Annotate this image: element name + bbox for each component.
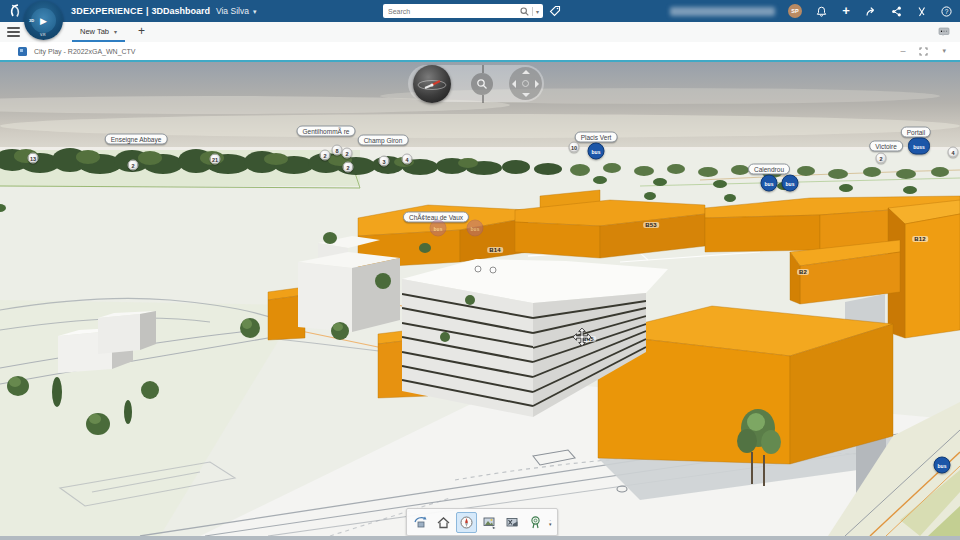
move-gizmo[interactable] — [572, 327, 592, 347]
widget-header: City Play - R2022xGA_WN_CTV – ▾ — [0, 42, 960, 62]
cluster-marker[interactable]: 2 — [876, 153, 887, 164]
cluster-marker[interactable]: 2 — [128, 160, 139, 171]
search-bar[interactable]: ▾ — [383, 4, 543, 18]
tab-label: New Tab — [80, 27, 109, 36]
pan-left-icon[interactable] — [512, 80, 516, 88]
building-label[interactable]: B53 — [643, 222, 659, 228]
image-export-button[interactable] — [502, 512, 523, 533]
avatar[interactable]: SP — [788, 4, 802, 18]
manipulation-icon — [413, 515, 428, 530]
magnifier-icon — [476, 78, 488, 90]
cluster-marker[interactable]: 3 — [379, 156, 390, 167]
top-bar: 3DEXPERIENCE | 3DDashboard Via Silva ▾ ▾… — [0, 0, 960, 22]
tab-bar: New Tab ▾ + — [0, 22, 960, 43]
search-icon[interactable] — [520, 7, 529, 16]
chevron-down-icon[interactable]: ▾ — [253, 8, 257, 16]
compass-tool-button[interactable] — [456, 512, 477, 533]
screenshot-icon — [482, 515, 497, 530]
notifications-bell-icon[interactable] — [815, 5, 827, 17]
search-options-chevron-icon[interactable]: ▾ — [536, 8, 539, 15]
pan-control[interactable] — [509, 67, 542, 100]
city-3d-viewport[interactable]: Enseigne AbbayeGentilhommÃ reChamp Giron… — [0, 62, 960, 536]
share-nodes-icon[interactable] — [890, 5, 902, 17]
divider — [532, 7, 533, 16]
bus-stop-marker[interactable]: bus — [430, 220, 447, 237]
screenshot-button[interactable] — [479, 512, 500, 533]
place-label[interactable]: Portail — [901, 127, 931, 138]
search-input[interactable] — [383, 8, 520, 15]
play-icon[interactable]: ▶ — [31, 8, 56, 33]
cluster-marker[interactable]: 4 — [948, 147, 959, 158]
vertex-marker[interactable] — [490, 267, 497, 274]
user-name-blurred — [670, 7, 775, 16]
app-title: 3DEXPERIENCE | 3DDashboard Via Silva ▾ — [71, 6, 256, 16]
home-view-button[interactable] — [433, 512, 454, 533]
bus-stop-marker[interactable]: buss — [908, 138, 930, 155]
cluster-marker[interactable]: 2 — [343, 162, 354, 173]
building-label[interactable]: B12 — [912, 236, 928, 242]
cluster-marker[interactable]: 2 — [320, 150, 331, 161]
manipulation-tool-button[interactable] — [410, 512, 431, 533]
cluster-marker[interactable]: 10 — [569, 142, 580, 153]
widget-title: City Play - R2022xGA_WN_CTV — [34, 48, 136, 55]
cluster-marker[interactable]: 2 — [342, 148, 353, 159]
chevron-down-icon[interactable]: ▾ — [114, 28, 117, 35]
chevron-down-icon[interactable]: ▾ — [942, 47, 946, 55]
building-label[interactable]: B14 — [487, 247, 503, 253]
help-icon[interactable]: ? — [940, 5, 952, 17]
chevron-down-icon: ▾ — [549, 522, 552, 527]
place-label[interactable]: GentilhommÃ re — [297, 126, 356, 137]
compass-vr-label: V.R — [40, 33, 46, 37]
cluster-marker[interactable]: 13 — [28, 153, 39, 164]
compass-sphere[interactable] — [413, 65, 451, 103]
building-label[interactable]: B2 — [797, 269, 809, 275]
cluster-marker[interactable]: 4 — [402, 154, 413, 165]
home-icon — [436, 515, 451, 530]
compass-3d-label: 3D — [29, 18, 34, 23]
pan-down-icon[interactable] — [522, 93, 530, 97]
viewer-toolbar: · ▾ — [406, 508, 558, 536]
place-label[interactable]: Calendrou — [748, 164, 790, 175]
image-export-icon — [505, 515, 520, 530]
toolbar-more-button[interactable]: · ▾ — [549, 518, 554, 527]
tab-new-tab[interactable]: New Tab ▾ — [72, 22, 125, 42]
pan-right-icon[interactable] — [535, 80, 539, 88]
pan-up-icon[interactable] — [522, 70, 530, 74]
place-label[interactable]: Victoire — [869, 141, 903, 152]
minimize-icon[interactable]: – — [900, 48, 905, 54]
comments-icon[interactable] — [938, 27, 950, 37]
bus-stop-marker[interactable]: bus — [782, 175, 799, 192]
zoom-control[interactable] — [471, 73, 493, 95]
view-navigation-controls — [408, 65, 544, 102]
dassault-logo[interactable] — [7, 3, 23, 19]
vertex-marker[interactable] — [475, 266, 482, 273]
award-icon — [528, 515, 543, 530]
share-arrow-icon[interactable] — [865, 5, 877, 17]
brand-separator: | — [146, 6, 149, 16]
compass-badge[interactable]: ▶ 3D V.R — [24, 1, 63, 40]
place-label[interactable]: Champ Giron — [358, 135, 409, 146]
bus-stop-marker[interactable]: bus — [467, 220, 484, 237]
svg-text:?: ? — [944, 7, 948, 14]
cluster-marker[interactable]: 21 — [210, 154, 221, 165]
city-play-app-icon — [18, 47, 27, 56]
maximize-icon[interactable] — [919, 47, 928, 56]
bus-stop-marker[interactable]: bus — [934, 457, 951, 474]
app-name: 3DDashboard — [151, 6, 210, 16]
compass-icon — [459, 515, 474, 530]
award-button[interactable] — [525, 512, 546, 533]
add-content-icon[interactable]: + — [840, 5, 852, 17]
menu-hamburger-icon[interactable] — [7, 27, 20, 37]
bus-stop-marker[interactable]: bus — [761, 175, 778, 192]
bus-stop-marker[interactable]: bus — [588, 143, 605, 160]
place-label[interactable]: Placis Vert — [575, 132, 618, 143]
pan-center-icon — [522, 80, 529, 87]
add-tab-button[interactable]: + — [138, 24, 145, 38]
brand-name: 3DEXPERIENCE — [71, 6, 143, 16]
bottom-strip — [0, 536, 960, 540]
dashboard-name[interactable]: Via Silva — [216, 6, 249, 16]
place-label[interactable]: Enseigne Abbaye — [105, 134, 168, 145]
tag-icon[interactable] — [549, 5, 561, 17]
3ds-apps-icon[interactable] — [915, 5, 927, 17]
